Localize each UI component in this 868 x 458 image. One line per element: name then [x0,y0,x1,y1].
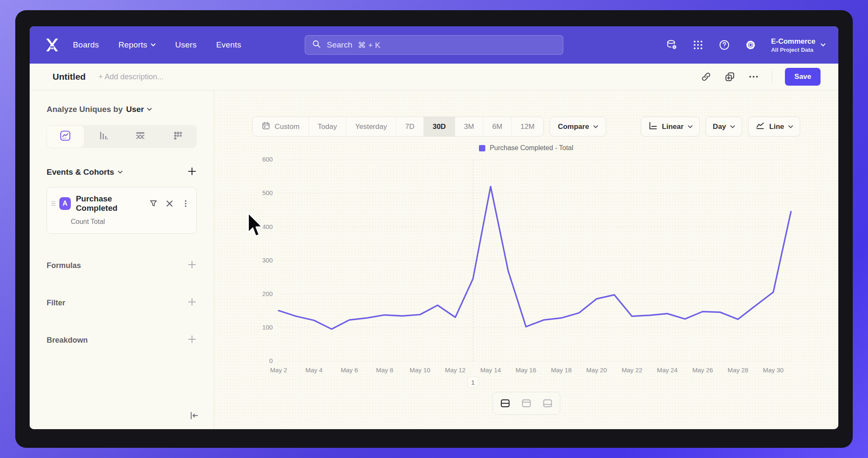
event-kebab-menu-icon[interactable] [181,199,190,208]
date-range-selector: Custom Today Yesterday 7D 30D 3M 6M 12M [252,117,544,137]
copy-link-icon[interactable] [701,71,712,82]
events-cohorts-header[interactable]: Events & Cohorts [47,168,122,177]
help-icon[interactable] [718,39,730,51]
search-shortcut: ⌘ + K [358,40,380,50]
range-12m[interactable]: 12M [512,117,543,136]
chevron-down-icon [788,125,793,128]
line-chart-icon [755,121,765,133]
svg-text:May 2: May 2 [270,367,287,374]
project-name: E-Commerce [771,37,815,46]
add-breakdown-button[interactable] [187,335,197,346]
filter-funnel-icon[interactable] [149,199,158,208]
nav-item-boards[interactable]: Boards [73,40,99,50]
data-management-icon[interactable] [666,39,678,51]
svg-text:May 12: May 12 [445,367,466,374]
nav-item-events[interactable]: Events [216,40,241,50]
chevron-down-icon [151,43,156,47]
event-card[interactable]: A Purchase Completed [47,187,197,234]
range-3m[interactable]: 3M [455,117,484,136]
more-options-icon[interactable] [748,71,759,82]
nav-item-reports[interactable]: Reports [118,40,156,50]
chart-legend[interactable]: Purchase Completed - Total [252,143,800,153]
project-scope: All Project Data [771,47,815,53]
svg-text:200: 200 [262,290,273,297]
tab-insights[interactable] [47,125,84,148]
chevron-down-icon [821,43,826,47]
funnels-bars-icon [97,130,109,143]
chevron-down-icon [593,125,598,128]
report-title[interactable]: Untitled [53,72,86,82]
settings-gear-icon[interactable] [745,39,757,51]
svg-text:1: 1 [471,379,475,386]
svg-text:May 28: May 28 [728,367,748,374]
insights-line-chart-icon [59,130,71,143]
chevron-down-icon [730,125,735,128]
event-metric[interactable]: Count Total [71,218,190,226]
duplicate-icon[interactable] [724,71,735,82]
svg-text:May 6: May 6 [341,367,358,374]
toggle-table-top[interactable] [517,394,536,412]
svg-text:May 30: May 30 [763,367,784,374]
top-navbar: Boards Reports Users Events Search ⌘ + K [30,26,838,64]
collapse-sidebar-icon[interactable] [189,411,199,422]
range-custom[interactable]: Custom [253,117,309,136]
add-filter-button[interactable] [187,297,197,308]
tab-flows[interactable] [122,125,159,148]
range-7d[interactable]: 7D [396,117,424,136]
navbar-right: E-Commerce All Project Data [666,37,826,53]
search-icon [312,39,321,51]
svg-text:400: 400 [262,223,273,230]
chevron-down-icon [118,170,122,174]
tab-funnels[interactable] [84,125,122,148]
svg-text:May 4: May 4 [306,367,323,374]
apps-grid-icon[interactable] [692,39,704,51]
linear-axis-icon [648,121,658,133]
tab-retention[interactable] [159,125,197,148]
toggle-table-bottom[interactable] [538,394,557,412]
compare-dropdown[interactable]: Compare [550,117,606,137]
svg-text:May 10: May 10 [410,367,431,374]
range-6m[interactable]: 6M [483,117,512,136]
line-chart[interactable]: 01002003004005006001May 2May 4May 6May 8… [252,154,800,391]
chevron-down-icon [147,108,152,111]
range-yesterday[interactable]: Yesterday [346,117,396,136]
calendar-icon [262,121,270,132]
add-formula-button[interactable] [187,260,197,271]
formulas-label: Formulas [47,261,81,270]
remove-event-icon[interactable] [165,199,174,208]
svg-text:100: 100 [262,324,273,331]
legend-label: Purchase Completed - Total [490,144,573,152]
save-button[interactable]: Save [785,68,821,86]
analyze-by-dropdown[interactable]: User [126,105,152,114]
app-window: Boards Reports Users Events Search ⌘ + K [30,26,838,429]
svg-text:500: 500 [262,190,273,196]
chevron-down-icon [688,125,693,128]
add-event-button[interactable] [187,167,197,178]
range-30d[interactable]: 30D [424,117,455,136]
search-input[interactable]: Search ⌘ + K [305,35,563,55]
analyze-uniques-label: Analyze Uniques by [47,105,123,114]
event-name[interactable]: Purchase Completed [76,194,149,213]
nav-links: Boards Reports Users Events [73,40,241,50]
svg-text:0: 0 [269,357,273,364]
retention-dots-icon [172,130,184,143]
report-header: Untitled + Add description... [30,64,838,90]
toggle-chart-and-table[interactable] [495,394,515,412]
svg-text:May 14: May 14 [480,367,501,374]
nav-item-users[interactable]: Users [175,40,197,50]
window-frame: Boards Reports Users Events Search ⌘ + K [15,10,853,448]
add-description-field[interactable]: + Add description... [98,73,164,81]
mixpanel-logo-icon[interactable] [42,36,62,53]
interval-dropdown[interactable]: Day [706,117,742,137]
drag-handle-icon[interactable] [50,201,57,207]
chart-type-dropdown[interactable]: Line [748,117,800,137]
filter-label: Filter [47,299,65,307]
layout-toggle-group [492,392,560,415]
divider [772,71,772,83]
range-today[interactable]: Today [309,117,346,136]
svg-text:May 16: May 16 [516,367,537,374]
svg-text:May 22: May 22 [622,367,643,374]
project-switcher[interactable]: E-Commerce All Project Data [771,37,826,53]
scale-dropdown[interactable]: Linear [641,117,700,137]
svg-text:May 26: May 26 [692,367,713,374]
